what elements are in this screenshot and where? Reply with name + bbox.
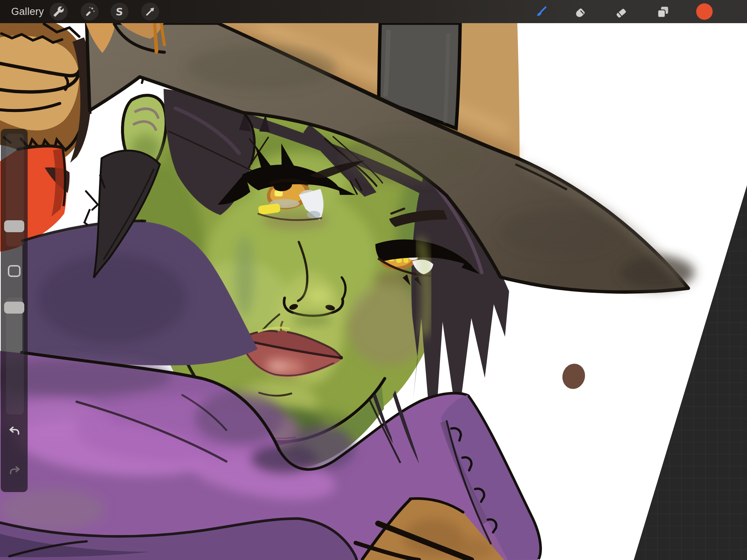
paintbrush-icon bbox=[534, 5, 548, 19]
smudge-finger-icon bbox=[574, 5, 588, 19]
redo-arrow-icon bbox=[8, 464, 21, 477]
s-curve-icon: S bbox=[115, 6, 124, 18]
actions-button[interactable] bbox=[50, 3, 68, 21]
smudge-tool-button[interactable] bbox=[574, 5, 588, 19]
move-arrow-icon bbox=[145, 6, 156, 17]
modify-button[interactable] bbox=[8, 265, 21, 277]
eraser-icon bbox=[614, 5, 628, 19]
artwork-canvas[interactable] bbox=[0, 0, 747, 560]
undo-arrow-icon bbox=[8, 424, 21, 437]
gallery-button[interactable]: Gallery bbox=[11, 0, 44, 23]
selection-button[interactable]: S bbox=[111, 3, 128, 21]
top-toolbar: Gallery S bbox=[0, 0, 747, 23]
adjustments-button[interactable] bbox=[81, 3, 99, 21]
redo-button[interactable] bbox=[8, 463, 21, 477]
brush-sidebar bbox=[1, 129, 28, 492]
layers-icon bbox=[656, 5, 670, 19]
undo-button[interactable] bbox=[8, 424, 21, 438]
opacity-handle[interactable] bbox=[4, 302, 24, 314]
layers-button[interactable] bbox=[656, 5, 670, 19]
magic-wand-icon bbox=[84, 6, 95, 17]
transform-button[interactable] bbox=[141, 3, 159, 21]
opacity-slider[interactable] bbox=[6, 298, 24, 414]
erase-tool-button[interactable] bbox=[614, 5, 628, 19]
wrench-icon bbox=[53, 6, 64, 17]
paint-tool-button[interactable] bbox=[534, 5, 548, 19]
brush-size-handle[interactable] bbox=[4, 220, 24, 232]
color-swatch[interactable] bbox=[696, 3, 713, 20]
procreate-app: Gallery S bbox=[0, 0, 747, 560]
